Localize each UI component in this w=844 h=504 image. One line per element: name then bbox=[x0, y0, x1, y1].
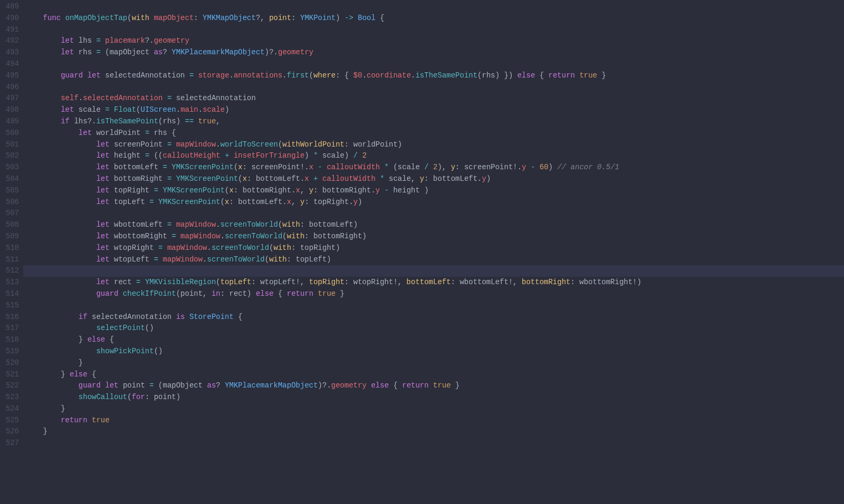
code-line[interactable]: } else { bbox=[25, 369, 844, 381]
line-number: 514 bbox=[0, 288, 19, 300]
line-number: 512 bbox=[0, 265, 19, 277]
line-number: 490 bbox=[0, 13, 19, 24]
code-area[interactable]: func onMapObjectTap(with mapObject: YMKM… bbox=[25, 0, 844, 449]
code-line[interactable]: let wbottomRight = mapWindow.screenToWor… bbox=[25, 231, 844, 243]
line-number: 499 bbox=[0, 116, 19, 128]
line-number: 525 bbox=[0, 415, 19, 427]
code-line[interactable]: self.selectedAnnotation = selectedAnnota… bbox=[25, 93, 844, 104]
line-number: 511 bbox=[0, 254, 19, 266]
code-line[interactable] bbox=[25, 82, 844, 93]
line-number: 521 bbox=[0, 369, 19, 381]
line-number: 505 bbox=[0, 185, 19, 197]
code-line[interactable] bbox=[25, 438, 844, 449]
line-number: 526 bbox=[0, 426, 19, 438]
code-line[interactable]: if lhs?.isTheSamePoint(rhs) == true, bbox=[25, 116, 844, 128]
line-number: 517 bbox=[0, 323, 19, 334]
code-line[interactable]: } bbox=[25, 357, 844, 369]
code-line[interactable]: let wtopLeft = mapWindow.screenToWorld(w… bbox=[25, 254, 844, 266]
code-line[interactable]: let scale = Float(UIScreen.main.scale) bbox=[25, 104, 844, 116]
code-line[interactable] bbox=[25, 24, 844, 36]
line-number: 500 bbox=[0, 128, 19, 139]
line-number: 498 bbox=[0, 104, 19, 116]
code-line[interactable]: let wtopRight = mapWindow.screenToWorld(… bbox=[25, 243, 844, 254]
line-number: 497 bbox=[0, 93, 19, 104]
code-line[interactable]: func onMapObjectTap(with mapObject: YMKM… bbox=[25, 13, 844, 24]
line-number: 510 bbox=[0, 243, 19, 254]
line-number: 508 bbox=[0, 219, 19, 231]
line-number: 519 bbox=[0, 346, 19, 357]
code-line[interactable]: let height = ((calloutHeight + insetForT… bbox=[25, 150, 844, 162]
line-number: 494 bbox=[0, 59, 19, 70]
code-line[interactable]: } else { bbox=[25, 334, 844, 346]
code-line[interactable]: let bottomRight = YMKScreenPoint(x: bott… bbox=[25, 173, 844, 185]
line-number: 489 bbox=[0, 1, 19, 13]
code-line[interactable]: guard let selectedAnnotation = storage.a… bbox=[25, 70, 844, 82]
line-number: 513 bbox=[0, 277, 19, 288]
line-number: 496 bbox=[0, 82, 19, 93]
code-line[interactable]: let bottomLeft = YMKScreenPoint(x: scree… bbox=[25, 162, 844, 173]
line-number: 495 bbox=[0, 70, 19, 82]
code-line[interactable]: if selectedAnnotation is StorePoint { bbox=[25, 312, 844, 323]
line-number: 518 bbox=[0, 334, 19, 346]
code-line[interactable]: selectPoint() bbox=[25, 323, 844, 334]
code-line[interactable]: } bbox=[25, 403, 844, 415]
line-number: 492 bbox=[0, 35, 19, 47]
code-line[interactable]: guard let point = (mapObject as? YMKPlac… bbox=[25, 380, 844, 392]
line-number: 516 bbox=[0, 312, 19, 323]
line-number: 491 bbox=[0, 24, 19, 36]
code-line[interactable] bbox=[25, 59, 844, 70]
code-line[interactable]: let rhs = (mapObject as? YMKPlacemarkMap… bbox=[25, 47, 844, 59]
code-line[interactable]: let topLeft = YMKScreenPoint(x: bottomLe… bbox=[25, 197, 844, 208]
line-number: 523 bbox=[0, 392, 19, 403]
code-line[interactable]: guard checkIfPoint(point, in: rect) else… bbox=[25, 288, 844, 300]
code-line[interactable]: } bbox=[25, 426, 844, 438]
code-line[interactable]: let lhs = placemark?.geometry bbox=[25, 35, 844, 47]
code-line[interactable]: let topRight = YMKScreenPoint(x: bottomR… bbox=[25, 185, 844, 197]
line-number: 507 bbox=[0, 208, 19, 219]
code-line[interactable]: let worldPoint = rhs { bbox=[25, 128, 844, 139]
line-number: 520 bbox=[0, 357, 19, 369]
line-number: 502 bbox=[0, 150, 19, 162]
line-number: 501 bbox=[0, 139, 19, 151]
code-line[interactable]: showPickPoint() bbox=[25, 346, 844, 357]
line-number: 506 bbox=[0, 197, 19, 208]
line-number: 522 bbox=[0, 380, 19, 392]
line-number: 509 bbox=[0, 231, 19, 243]
line-number: 527 bbox=[0, 438, 19, 449]
line-number: 503 bbox=[0, 162, 19, 173]
line-number-gutter: 4894904914924934944954964974984995005015… bbox=[0, 0, 25, 449]
code-line[interactable]: return true bbox=[25, 415, 844, 427]
code-line[interactable]: let wbottomLeft = mapWindow.screenToWorl… bbox=[25, 219, 844, 231]
line-number: 515 bbox=[0, 300, 19, 312]
code-line[interactable] bbox=[25, 208, 844, 219]
code-line[interactable]: showCallout(for: point) bbox=[25, 392, 844, 403]
line-number: 504 bbox=[0, 173, 19, 185]
line-number: 493 bbox=[0, 47, 19, 59]
code-line[interactable] bbox=[23, 265, 844, 277]
code-line[interactable] bbox=[25, 300, 844, 312]
code-line[interactable] bbox=[25, 1, 844, 13]
code-editor[interactable]: 4894904914924934944954964974984995005015… bbox=[0, 0, 844, 449]
line-number: 524 bbox=[0, 403, 19, 415]
code-line[interactable]: let screenPoint = mapWindow.worldToScree… bbox=[25, 139, 844, 151]
code-line[interactable]: let rect = YMKVisibleRegion(topLeft: wto… bbox=[25, 277, 844, 288]
